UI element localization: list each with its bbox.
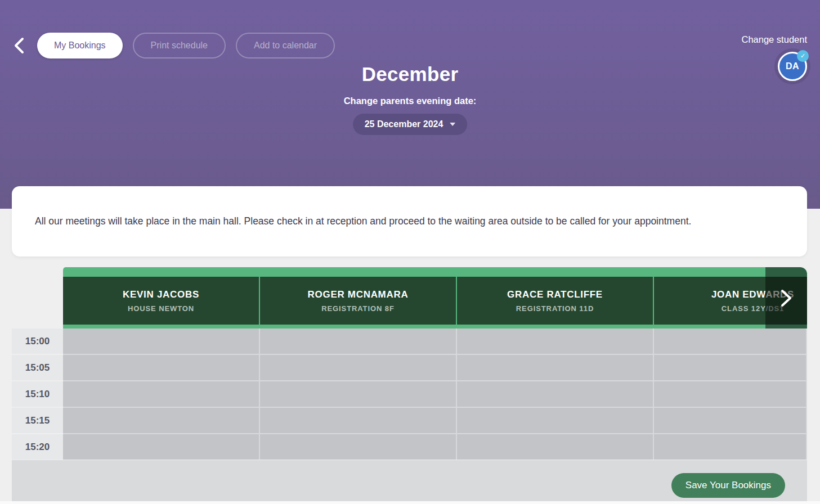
tab-add-to-calendar[interactable]: Add to calendar [236,33,335,58]
notice-text: All our meetings will take place in the … [35,215,691,227]
slot-cell[interactable] [457,434,653,460]
hero-banner: My BookingsPrint scheduleAdd to calendar… [0,0,820,209]
schedule-table: KEVIN JACOBSHOUSE NEWTONROGER MCNAMARARE… [12,267,807,501]
slot-cell[interactable] [457,355,653,380]
slot-cell[interactable] [654,434,806,460]
table-row: 15:00 [12,328,807,354]
slot-cell[interactable] [457,381,653,407]
slot-grid: 15:0015:0515:1015:1515:20 [12,328,807,460]
teacher-name: KEVIN JACOBS [123,289,199,300]
back-chevron-icon [13,37,25,54]
date-selector-value: 25 December 2024 [365,119,443,129]
slot-cell[interactable] [457,408,653,433]
date-selector[interactable]: 25 December 2024 [353,114,468,135]
slot-cell[interactable] [63,328,259,354]
slot-cell[interactable] [63,408,259,433]
slot-cell[interactable] [457,328,653,354]
nav-tabs: My BookingsPrint scheduleAdd to calendar [37,33,335,58]
teacher-column-header: ROGER MCNAMARAREGISTRATION 8F [260,277,456,325]
time-label: 15:00 [12,328,63,354]
teacher-group: REGISTRATION 8F [321,304,395,313]
slot-cell[interactable] [654,355,806,380]
teacher-header-band: KEVIN JACOBSHOUSE NEWTONROGER MCNAMARARE… [63,267,807,328]
teacher-name: ROGER MCNAMARA [308,289,409,300]
time-label: 15:15 [12,408,63,433]
teacher-name: GRACE RATCLIFFE [507,289,603,300]
slot-cell[interactable] [260,434,456,460]
save-bookings-button[interactable]: Save Your Bookings [671,473,785,498]
chevron-down-icon [450,123,455,126]
change-student-label: Change student [741,34,807,45]
slot-cell[interactable] [260,408,456,433]
teacher-column-header: GRACE RATCLIFFEREGISTRATION 11D [457,277,653,325]
slot-cell[interactable] [654,408,806,433]
teacher-column-header: KEVIN JACOBSHOUSE NEWTON [63,277,259,325]
slot-cell[interactable] [63,381,259,407]
slot-cell[interactable] [260,328,456,354]
tab-my-bookings[interactable]: My Bookings [37,33,123,58]
notice-card: All our meetings will take place in the … [12,186,807,256]
time-label: 15:10 [12,381,63,407]
slot-cell[interactable] [260,381,456,407]
page-bottom-strip [0,501,820,504]
table-footer: Save Your Bookings [12,460,807,501]
teacher-columns: KEVIN JACOBSHOUSE NEWTONROGER MCNAMARARE… [63,277,807,325]
slot-cell[interactable] [654,328,806,354]
time-label: 15:20 [12,434,63,460]
teacher-group: HOUSE NEWTON [128,304,194,313]
slot-cell[interactable] [260,355,456,380]
check-icon: ✓ [800,52,805,60]
back-button[interactable] [11,37,27,55]
date-change-label: Change parents evening date: [0,96,820,106]
page-title: December [0,63,820,86]
slot-cell[interactable] [654,381,806,407]
teacher-group: REGISTRATION 11D [516,304,594,313]
table-row: 15:05 [12,355,807,380]
slot-cell[interactable] [63,434,259,460]
time-label: 15:05 [12,355,63,380]
table-row: 15:15 [12,408,807,433]
scroll-right-icon [779,289,793,308]
table-row: 15:20 [12,434,807,460]
scroll-right-button[interactable] [765,267,807,328]
avatar-check-badge: ✓ [797,50,809,62]
slot-cell[interactable] [63,355,259,380]
tab-print-schedule[interactable]: Print schedule [133,33,226,58]
table-row: 15:10 [12,381,807,407]
